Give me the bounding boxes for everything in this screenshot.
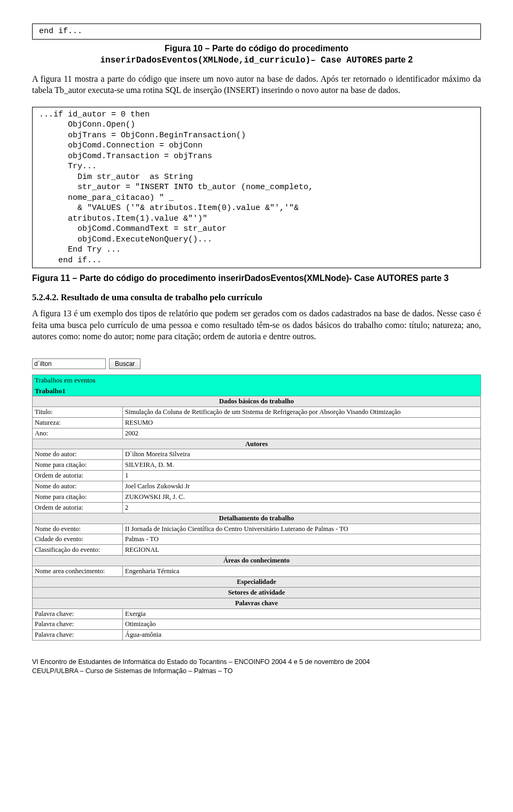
code-box-main: ...if id_autor = 0 then ObjConn.Open() o… — [32, 107, 481, 269]
table-row: Ano:2002 — [33, 428, 481, 439]
figure10-tail: parte 2 — [383, 55, 413, 64]
report: Trabalhos em eventos Trabalho1 Dados bás… — [32, 374, 481, 641]
cell-label: Cidade do evento: — [33, 534, 123, 545]
cell-label: Nome do autor: — [33, 449, 123, 460]
table-row: Nome para citação:SILVEIRA, D. M. — [33, 460, 481, 471]
table-row: Palavra chave:Otimização — [33, 619, 481, 630]
cell-value: Água-amônia — [123, 630, 481, 641]
footer-line1: VI Encontro de Estudantes de Informática… — [32, 658, 370, 666]
cell-label: Natureza: — [33, 417, 123, 428]
cell-label: Ano: — [33, 428, 123, 439]
hdr-areas: Áreas do conhecimento — [33, 556, 481, 566]
cell-value: II Jornada de Iniciação Científica do Ce… — [123, 524, 481, 534]
search-button[interactable]: Buscar — [109, 358, 141, 369]
hdr-setores: Setores de atividade — [33, 587, 481, 598]
hdr-palavras: Palavras chave — [33, 598, 481, 608]
cell-label: Nome para citação: — [33, 460, 123, 471]
paragraph-1: A figura 11 mostra a parte do código que… — [32, 73, 481, 96]
cell-value: Joel Carlos Zukowski Jr — [123, 481, 481, 492]
cell-label: Palavra chave: — [33, 630, 123, 641]
hdr-dados-basicos: Dados básicos do trabalho — [33, 396, 481, 407]
cell-value: SILVEIRA, D. M. — [123, 460, 481, 471]
cell-label: Nome area conhecimento: — [33, 566, 123, 577]
hdr-autores: Autores — [33, 439, 481, 449]
cell-label: Nome do evento: — [33, 524, 123, 534]
footer-line2: CEULP/ULBRA – Curso de Sistemas de Infor… — [32, 667, 232, 675]
section-heading: 5.2.4.2. Resultado de uma consulta de tr… — [32, 292, 481, 303]
cell-label: Ordem de autoria: — [33, 502, 123, 513]
cell-label: Palavra chave: — [33, 619, 123, 630]
figure11-caption: Figura 11 – Parte do código do procedime… — [32, 272, 481, 284]
table-row: Ordem de autoria:1 — [33, 471, 481, 481]
cell-label: Nome do autor: — [33, 481, 123, 492]
cell-label: Titulo: — [33, 407, 123, 417]
cell-value: Simulação da Coluna de Retificação de um… — [123, 407, 481, 417]
table-row: Nome do evento:II Jornada de Iniciação C… — [33, 524, 481, 534]
table-row: Titulo:Simulação da Coluna de Retificaçã… — [33, 407, 481, 417]
table-row: Nome para citação:ZUKOWSKI JR, J. C. — [33, 491, 481, 502]
cell-label: Nome para citação: — [33, 491, 123, 502]
cell-value: Otimização — [123, 619, 481, 630]
cell-value: 2002 — [123, 428, 481, 439]
search-row: Buscar — [32, 358, 481, 369]
table-row: Natureza:RESUMO — [33, 417, 481, 428]
table-row: Nome area conhecimento:Engenharia Térmic… — [33, 566, 481, 577]
figure10-caption: Figura 10 – Parte do código do procedime… — [32, 43, 481, 67]
table-row: Cidade do evento:Palmas - TO — [33, 534, 481, 545]
table-row: Nome do autor:Joel Carlos Zukowski Jr — [33, 481, 481, 492]
cell-value: Engenharia Térmica — [123, 566, 481, 577]
table-dados-basicos: Dados básicos do trabalho Titulo:Simulaç… — [32, 396, 481, 641]
figure10-mono: inserirDadosEventos(XMLNode,id_curriculo… — [100, 56, 382, 65]
band-trabalho1: Trabalho1 — [32, 386, 481, 396]
cell-value: 2 — [123, 502, 481, 513]
cell-label: Palavra chave: — [33, 608, 123, 619]
cell-label: Ordem de autoria: — [33, 471, 123, 481]
page-footer: VI Encontro de Estudantes de Informática… — [32, 658, 481, 676]
table-row: Palavra chave:Exergia — [33, 608, 481, 619]
code-box-top: end if... — [32, 24, 481, 40]
search-input[interactable] — [32, 358, 106, 369]
table-row: Ordem de autoria:2 — [33, 502, 481, 513]
table-row: Palavra chave:Água-amônia — [33, 630, 481, 641]
band-trabalhos-eventos: Trabalhos em eventos — [32, 374, 481, 386]
hdr-especialidade: Especialidade — [33, 576, 481, 587]
cell-value: RESUMO — [123, 417, 481, 428]
table-row: Nome do autor:D`ilton Moreira Silveira — [33, 449, 481, 460]
hdr-detalhamento: Detalhamento do trabalho — [33, 513, 481, 524]
table-row: Classificação do evento:REGIONAL — [33, 545, 481, 556]
cell-value: Exergia — [123, 608, 481, 619]
cell-value: REGIONAL — [123, 545, 481, 556]
cell-label: Classificação do evento: — [33, 545, 123, 556]
cell-value: ZUKOWSKI JR, J. C. — [123, 491, 481, 502]
cell-value: D`ilton Moreira Silveira — [123, 449, 481, 460]
figure10-line1: Figura 10 – Parte do código do procedime… — [165, 44, 348, 53]
cell-value: Palmas - TO — [123, 534, 481, 545]
paragraph-2: A figura 13 é um exemplo dos tipos de re… — [32, 308, 481, 342]
cell-value: 1 — [123, 471, 481, 481]
